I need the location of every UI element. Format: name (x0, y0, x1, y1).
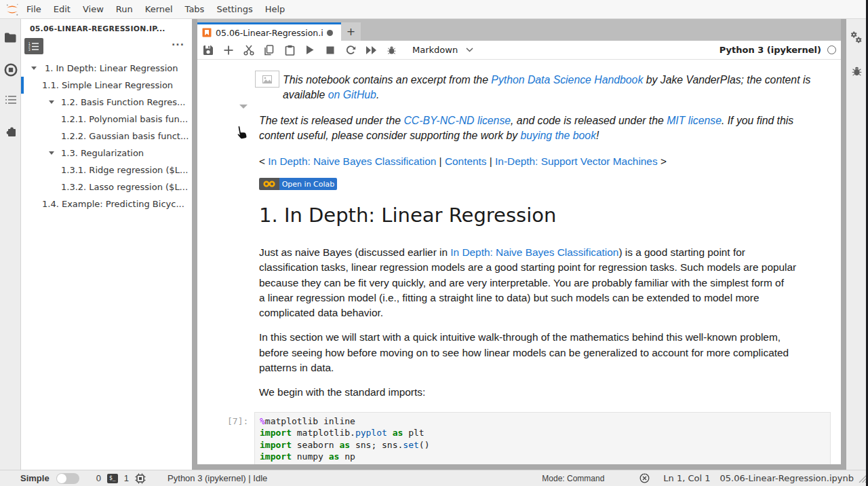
collapse-arrow-icon[interactable] (31, 67, 37, 70)
toc-item-7[interactable]: 1.3.1. Ridge regression ($L... (21, 162, 192, 179)
text-line: We begin with the standard imports: (259, 385, 796, 400)
toc-numbered-list-button[interactable]: 123 (24, 38, 43, 54)
interrupt-kernel-button[interactable] (320, 41, 340, 59)
notebook-scrollbar[interactable] (841, 19, 846, 470)
collapse-arrow-icon[interactable] (49, 100, 54, 104)
markdown-link[interactable]: In Depth: Naive Bayes Classification (268, 155, 436, 167)
chevron-down-icon (466, 48, 473, 52)
debugger-sidebar-icon[interactable] (846, 65, 867, 77)
markdown-link[interactable]: Python Data Science Handbook (491, 74, 643, 86)
tab-title: 05.06-Linear-Regression.i (216, 28, 323, 38)
kernel-chip-icon[interactable] (135, 473, 146, 484)
insert-cell-button[interactable] (218, 41, 239, 59)
svg-text:3: 3 (28, 48, 31, 50)
markdown-link[interactable]: MIT license (667, 115, 722, 126)
files-icon[interactable] (0, 33, 21, 43)
mode-indicator[interactable]: Mode: Command (542, 474, 604, 483)
toc-item-5[interactable]: 1.2.2. Gaussian basis funct... (21, 128, 192, 145)
cursor-position[interactable]: Ln 1, Col 1 (663, 473, 710, 483)
extensions-icon[interactable] (0, 125, 21, 137)
restart-kernel-button[interactable] (340, 41, 361, 59)
code-line: import numpy as np (260, 451, 830, 462)
running-sessions-icon[interactable] (0, 63, 21, 77)
menu-view[interactable]: View (77, 0, 110, 18)
text-line: classification tasks, linear regression … (259, 260, 796, 275)
notification-bell-icon[interactable] (639, 473, 650, 483)
section-heading: 1. In Depth: Linear Regression (259, 204, 796, 227)
toc-tree: 1. In Depth: Linear Regression1.1. Simpl… (21, 60, 192, 212)
code-line: import matplotlib.pyplot as plt (260, 427, 830, 438)
cut-cells-button[interactable] (239, 41, 259, 59)
markdown-link[interactable]: buying the book (521, 130, 597, 141)
tab-dirty-indicator[interactable] (327, 30, 333, 36)
markdown-cell-main[interactable]: 1. In Depth: Linear Regression Just as n… (259, 204, 796, 400)
cell-execution-prompt: [7]: (227, 415, 248, 427)
paste-cells-button[interactable] (279, 41, 300, 59)
toc-item-label: 1.3.1. Ridge regression ($L... (61, 165, 188, 175)
toc-more-button[interactable]: ... (172, 37, 184, 48)
toc-toolbar: 123 ... (21, 37, 192, 57)
simple-mode-toggle[interactable] (56, 473, 79, 484)
menu-items: FileEditViewRunKernelTabsSettingsHelp (20, 0, 291, 18)
markdown-link[interactable]: CC-BY-NC-ND license (403, 115, 511, 126)
colab-badge-label: Open in Colab (279, 178, 337, 190)
main-bottom-strip (192, 464, 846, 470)
kernel-status-text[interactable]: Python 3 (ipykernel) | Idle (167, 473, 267, 483)
markdown-cell-navigation[interactable]: < In Depth: Naive Bayes Classification |… (259, 154, 667, 190)
toc-item-1[interactable]: 1. In Depth: Linear Regression (21, 60, 192, 77)
code-cell[interactable]: %matplotlib inlineimport matplotlib.pypl… (254, 412, 831, 464)
left-activity-bar (0, 19, 21, 470)
toc-item-label: 1.3.2. Lasso regression ($L... (61, 182, 188, 192)
code-editor[interactable]: %matplotlib inlineimport matplotlib.pypl… (260, 415, 830, 463)
toc-item-label: 1.2.1. Polynomial basis fun... (61, 114, 188, 124)
debugger-icon[interactable] (381, 41, 401, 59)
save-button[interactable] (198, 41, 218, 59)
markdown-cell-book-info[interactable]: This notebook contains an excerpt from t… (259, 73, 810, 143)
cell-collapser-chevron-icon[interactable] (239, 105, 248, 109)
collapse-arrow-icon[interactable] (49, 151, 54, 155)
toc-sidebar-icon[interactable] (0, 95, 21, 105)
panel-splitter[interactable] (192, 19, 197, 470)
menu-run[interactable]: Run (110, 0, 139, 18)
markdown-link[interactable]: In Depth: Naive Bayes Classification (450, 246, 618, 258)
toc-item-9[interactable]: 1.4. Example: Predicting Bicyc... (21, 195, 192, 212)
book-info-paragraph-2: The text is released under the CC-BY-NC-… (259, 113, 810, 144)
text-line: The text is released under the CC-BY-NC-… (259, 113, 810, 128)
markdown-link[interactable]: In-Depth: Support Vector Machines (495, 155, 658, 167)
terminal-icon[interactable]: $_ (107, 474, 118, 483)
menu-help[interactable]: Help (259, 0, 292, 18)
toc-item-3[interactable]: 1.2. Basis Function Regres... (21, 94, 192, 111)
restart-run-all-button[interactable] (361, 41, 381, 59)
main-paragraph-1: Just as naive Bayes (discussed earlier i… (259, 245, 796, 320)
toc-item-6[interactable]: 1.3. Regularization (21, 145, 192, 162)
markdown-link[interactable]: on GitHub (328, 89, 376, 100)
run-cell-button[interactable] (300, 41, 320, 59)
open-in-colab-badge[interactable]: Open in Colab (259, 178, 337, 190)
notebook-tab[interactable]: 05.06-Linear-Regression.i (197, 22, 341, 41)
text-line: content useful, please consider supporti… (259, 128, 810, 143)
kernel-status-icon[interactable] (827, 45, 836, 54)
mouse-hand-cursor (234, 124, 249, 142)
toc-item-8[interactable]: 1.3.2. Lasso regression ($L... (21, 179, 192, 195)
simple-mode-label: Simple (20, 473, 50, 483)
markdown-link[interactable]: Contents (445, 155, 487, 167)
toc-item-2[interactable]: 1.1. Simple Linear Regression (21, 77, 192, 94)
toc-item-4[interactable]: 1.2.1. Polynomial basis fun... (21, 111, 192, 128)
menu-file[interactable]: File (20, 0, 47, 18)
cell-type-dropdown[interactable]: Markdown (412, 45, 473, 55)
property-inspector-icon[interactable] (846, 31, 867, 45)
menu-edit[interactable]: Edit (47, 0, 77, 18)
menu-kernel[interactable]: Kernel (139, 0, 179, 18)
new-tab-button[interactable]: + (341, 22, 361, 41)
kernel-name[interactable]: Python 3 (ipykernel) (719, 45, 821, 55)
copy-cells-button[interactable] (259, 41, 279, 59)
text-line: before seeing how before moving on to se… (259, 345, 796, 360)
text-line: complicated data behavior. (259, 305, 796, 320)
toc-panel: 05.06-LINEAR-REGRESSION.IP... 123 ... 1.… (21, 19, 192, 470)
terminals-count: 0 (96, 473, 101, 483)
toc-panel-title: 05.06-LINEAR-REGRESSION.IP... (21, 19, 192, 33)
menu-settings[interactable]: Settings (210, 0, 258, 18)
toc-item-label: 1. In Depth: Linear Regression (45, 63, 178, 73)
navigation-links: < In Depth: Naive Bayes Classification |… (259, 154, 667, 169)
menu-tabs[interactable]: Tabs (179, 0, 211, 18)
